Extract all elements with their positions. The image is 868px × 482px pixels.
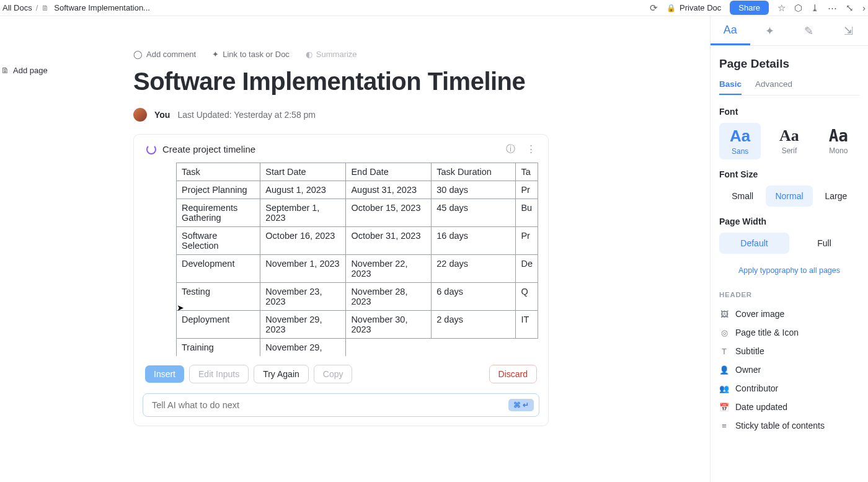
- cell[interactable]: [432, 339, 516, 357]
- kebab-icon[interactable]: ⋮: [526, 143, 536, 155]
- width-segment: Default Full: [719, 233, 859, 254]
- th-start: Start Date: [260, 163, 346, 181]
- link-task-label: Link to task or Doc: [223, 50, 290, 59]
- cell[interactable]: Q: [516, 283, 538, 311]
- size-small[interactable]: Small: [719, 185, 766, 207]
- cell[interactable]: De: [516, 255, 538, 283]
- info-icon[interactable]: ⓘ: [506, 143, 515, 155]
- subtab-basic[interactable]: Basic: [719, 79, 742, 95]
- panel-tab-magic[interactable]: ✎: [789, 16, 829, 45]
- discard-button[interactable]: Discard: [489, 365, 537, 383]
- cell[interactable]: Bu: [516, 199, 538, 227]
- cell[interactable]: November 28, 2023: [346, 283, 432, 311]
- image-icon: 🖼: [719, 310, 729, 319]
- cell[interactable]: Software Selection: [177, 227, 260, 255]
- cell[interactable]: 16 days: [432, 227, 516, 255]
- font-name: Sans: [719, 147, 761, 156]
- share-button[interactable]: Share: [730, 1, 769, 15]
- cell[interactable]: Testing: [177, 283, 260, 311]
- cell[interactable]: August 31, 2023: [346, 181, 432, 199]
- cell[interactable]: 2 days: [432, 311, 516, 339]
- table-row[interactable]: Training November 29,: [177, 339, 538, 357]
- cell[interactable]: October 31, 2023: [346, 227, 432, 255]
- ai-input[interactable]: ⌘ ↵: [143, 393, 539, 417]
- header-contributor-label: Contributor: [735, 383, 778, 393]
- table-row[interactable]: Requirements Gathering September 1, 2023…: [177, 199, 538, 227]
- panel-tab-more[interactable]: ⇲: [829, 16, 869, 45]
- avatar[interactable]: [133, 108, 147, 122]
- cell[interactable]: Deployment: [177, 311, 260, 339]
- table-row[interactable]: Deployment November 29, 2023 November 30…: [177, 311, 538, 339]
- date-icon: 📅: [719, 403, 729, 412]
- cell[interactable]: October 15, 2023: [346, 199, 432, 227]
- subtab-advanced[interactable]: Advanced: [755, 79, 792, 95]
- ai-prompt-title: Create project timeline: [162, 144, 255, 154]
- header-section-label: HEADER: [719, 291, 859, 298]
- cell[interactable]: Pr: [516, 181, 538, 199]
- edit-inputs-button[interactable]: Edit Inputs: [189, 365, 249, 383]
- cell[interactable]: November 23, 2023: [260, 283, 346, 311]
- cell[interactable]: [346, 339, 432, 357]
- toc-icon: ≡: [719, 421, 729, 431]
- cell[interactable]: August 1, 2023: [260, 181, 346, 199]
- comment-icon[interactable]: ⬡: [794, 2, 802, 14]
- table-row[interactable]: Development November 1, 2023 November 22…: [177, 255, 538, 283]
- try-again-button[interactable]: Try Again: [254, 365, 309, 383]
- more-icon[interactable]: ⋯: [828, 2, 837, 14]
- cell[interactable]: November 1, 2023: [260, 255, 346, 283]
- copy-button[interactable]: Copy: [314, 365, 353, 383]
- privacy-chip[interactable]: 🔒 Private Doc: [666, 3, 721, 12]
- download-icon[interactable]: ⤓: [811, 2, 819, 14]
- doc-action-bar: ◯ Add comment ✦ Link to task or Doc ◐ Su…: [133, 50, 710, 59]
- table-row[interactable]: Testing November 23, 2023 November 28, 2…: [177, 283, 538, 311]
- panel-tab-ai[interactable]: ✦: [750, 16, 790, 45]
- breadcrumb-root[interactable]: All Docs: [2, 3, 32, 12]
- history-icon[interactable]: ⟳: [650, 2, 658, 14]
- keyboard-shortcut-badge: ⌘ ↵: [508, 399, 534, 411]
- width-full[interactable]: Full: [789, 233, 859, 254]
- cell[interactable]: Pr: [516, 227, 538, 255]
- panel-tab-typography[interactable]: Aa: [711, 16, 750, 45]
- font-mono[interactable]: Aa Mono: [818, 123, 859, 159]
- cell[interactable]: Training: [177, 339, 260, 357]
- cell[interactable]: November 30, 2023: [346, 311, 432, 339]
- cell[interactable]: Project Planning: [177, 181, 260, 199]
- add-comment-action[interactable]: ◯ Add comment: [133, 50, 196, 59]
- page-title[interactable]: Software Implementation Timeline: [133, 68, 710, 96]
- insert-button[interactable]: Insert: [145, 365, 184, 383]
- size-large[interactable]: Large: [813, 185, 859, 207]
- width-default[interactable]: Default: [719, 233, 789, 254]
- ai-text-field[interactable]: [152, 400, 508, 410]
- left-column: 🗎 Add page: [0, 16, 74, 482]
- font-serif[interactable]: Aa Serif: [768, 123, 810, 159]
- cell[interactable]: 45 days: [432, 199, 516, 227]
- cell[interactable]: November 22, 2023: [346, 255, 432, 283]
- cell[interactable]: September 1, 2023: [260, 199, 346, 227]
- add-page-link[interactable]: 🗎 Add page: [1, 66, 74, 75]
- cell[interactable]: Development: [177, 255, 260, 283]
- ai-spinner-icon: [146, 145, 156, 154]
- cell[interactable]: Requirements Gathering: [177, 199, 260, 227]
- table-row[interactable]: Software Selection October 16, 2023 Octo…: [177, 227, 538, 255]
- cell[interactable]: [516, 339, 538, 357]
- summarize-action[interactable]: ◐ Summarize: [306, 50, 357, 59]
- cell[interactable]: IT: [516, 311, 538, 339]
- cell[interactable]: 30 days: [432, 181, 516, 199]
- header-cover-label: Cover image: [735, 309, 784, 319]
- cell[interactable]: November 29,: [260, 339, 346, 357]
- star-icon[interactable]: ☆: [777, 2, 786, 14]
- font-sans[interactable]: Aa Sans: [719, 123, 761, 159]
- cell[interactable]: November 29, 2023: [260, 311, 346, 339]
- collapse-icon[interactable]: ⤡: [846, 2, 854, 14]
- breadcrumb-doc[interactable]: Software Implementation...: [54, 3, 150, 12]
- link-task-action[interactable]: ✦ Link to task or Doc: [212, 50, 290, 59]
- cell[interactable]: October 16, 2023: [260, 227, 346, 255]
- cell[interactable]: 6 days: [432, 283, 516, 311]
- close-icon[interactable]: ›: [862, 2, 866, 13]
- apply-typography-link[interactable]: Apply typography to all pages: [719, 266, 859, 275]
- size-normal[interactable]: Normal: [766, 185, 812, 207]
- cell[interactable]: 22 days: [432, 255, 516, 283]
- table-row[interactable]: Project Planning August 1, 2023 August 3…: [177, 181, 538, 199]
- header-owner-label: Owner: [735, 365, 761, 375]
- author-name: You: [154, 110, 170, 120]
